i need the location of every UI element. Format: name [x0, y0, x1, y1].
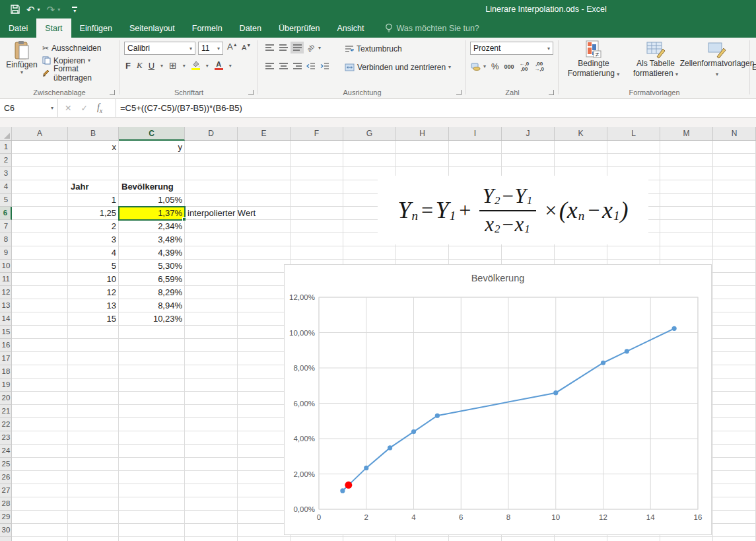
row-header-16[interactable]: 16 — [0, 339, 12, 352]
increase-decimal-button[interactable]: ←,0,00 — [520, 61, 530, 72]
row-header-7[interactable]: 7 — [0, 220, 12, 233]
copy-dropdown-icon[interactable]: ▾ — [88, 57, 90, 63]
chart[interactable]: 02468101214160,00%2,00%4,00%6,00%8,00%10… — [284, 264, 712, 535]
tab-formeln[interactable]: Formeln — [184, 18, 231, 38]
row-header-5[interactable]: 5 — [0, 194, 12, 207]
currency-format-button[interactable]: ▾ — [471, 60, 486, 73]
chart-title[interactable]: Bevölkerung — [285, 273, 711, 283]
cell-B1[interactable]: x — [68, 141, 119, 154]
row-header-20[interactable]: 20 — [0, 392, 12, 405]
undo-icon[interactable]: ↶ — [26, 5, 35, 15]
row-header-22[interactable]: 22 — [0, 418, 12, 431]
data-point[interactable] — [411, 429, 416, 434]
paste-button[interactable]: Einfügen ▾ — [5, 40, 38, 75]
tell-me-box[interactable]: Was möchten Sie tun? — [385, 18, 479, 38]
align-bottom-button[interactable] — [291, 42, 304, 54]
data-point[interactable] — [553, 390, 558, 395]
align-right-button[interactable] — [291, 60, 304, 72]
font-color-button[interactable]: A — [215, 61, 223, 70]
number-dialog-launcher-icon[interactable] — [549, 90, 554, 95]
interpolated-point[interactable] — [345, 482, 352, 489]
data-point[interactable] — [435, 414, 440, 418]
borders-dropdown-icon[interactable]: ▾ — [183, 63, 186, 69]
cell-B10[interactable]: 5 — [68, 260, 119, 273]
underline-dropdown-icon[interactable]: ▾ — [160, 63, 163, 69]
underline-button[interactable]: U — [149, 61, 155, 71]
column-header-L[interactable]: L — [607, 127, 660, 140]
cell-C7[interactable]: 2,34% — [119, 220, 185, 233]
row-header-9[interactable]: 9 — [0, 246, 12, 260]
merge-center-button[interactable]: Verbinden und zentrieren ▾ — [345, 61, 451, 73]
cell-C8[interactable]: 3,48% — [119, 233, 185, 246]
column-header-A[interactable]: A — [12, 127, 68, 140]
column-header-K[interactable]: K — [555, 127, 607, 140]
cell-styles-dropdown-icon[interactable]: ▾ — [716, 71, 718, 77]
conditional-formatting-button[interactable]: ≠ BedingteFormatierung ▾ — [563, 40, 624, 79]
data-point[interactable] — [601, 361, 605, 365]
alignment-dialog-launcher-icon[interactable] — [456, 90, 462, 95]
selected-cell-C6[interactable]: 1,37% — [118, 206, 186, 221]
cell-B6[interactable]: 1,25 — [68, 207, 119, 220]
name-box[interactable]: C6 ▾ — [0, 99, 58, 117]
format-as-table-dropdown-icon[interactable]: ▾ — [675, 71, 678, 77]
format-as-table-button[interactable]: Als Tabelleformatieren ▾ — [627, 40, 685, 79]
column-header-C[interactable]: C — [119, 127, 185, 141]
comma-style-button[interactable]: 000 — [504, 63, 514, 70]
borders-button[interactable]: ⊞ — [169, 60, 177, 71]
column-header-G[interactable]: G — [343, 127, 396, 140]
data-point[interactable] — [364, 466, 368, 470]
cell-C9[interactable]: 4,39% — [119, 246, 185, 260]
data-point[interactable] — [388, 445, 392, 450]
cell-B7[interactable]: 2 — [68, 220, 119, 233]
cell-C5[interactable]: 1,05% — [119, 194, 185, 207]
column-header-E[interactable]: E — [238, 127, 291, 140]
grow-font-button[interactable]: A▲ — [227, 42, 238, 52]
column-header-J[interactable]: J — [502, 127, 555, 140]
row-header-8[interactable]: 8 — [0, 233, 12, 246]
percent-style-button[interactable]: % — [491, 61, 499, 71]
tab-start[interactable]: Start — [36, 18, 71, 38]
clipboard-dialog-launcher-icon[interactable] — [110, 90, 115, 95]
row-header-27[interactable]: 27 — [0, 484, 12, 497]
cell-B14[interactable]: 15 — [68, 312, 119, 326]
cell-B4[interactable]: Jahr — [68, 180, 119, 194]
row-header-10[interactable]: 10 — [0, 260, 12, 273]
customize-qat-icon[interactable]: ▾ — [72, 7, 77, 13]
fill-color-dropdown-icon[interactable]: ▾ — [206, 63, 209, 69]
increase-indent-button[interactable] — [318, 60, 331, 72]
cell-B8[interactable]: 3 — [68, 233, 119, 246]
fill-handle[interactable] — [182, 217, 186, 221]
cell-B12[interactable]: 12 — [68, 286, 119, 299]
insert-function-icon[interactable]: fx — [97, 102, 102, 114]
undo-dropdown-icon[interactable]: ▾ — [38, 7, 40, 13]
cell-C12[interactable]: 8,29% — [119, 286, 185, 299]
column-header-H[interactable]: H — [396, 127, 449, 140]
column-header-F[interactable]: F — [291, 127, 343, 140]
bold-button[interactable]: F — [125, 61, 131, 71]
row-header-29[interactable]: 29 — [0, 511, 12, 524]
row-header-23[interactable]: 23 — [0, 431, 12, 445]
cell-C4[interactable]: Bevölkerung — [119, 180, 185, 194]
orientation-dropdown-icon[interactable]: ▾ — [318, 45, 321, 51]
align-middle-button[interactable] — [277, 42, 290, 54]
decrease-decimal-button[interactable]: ,00→,0 — [534, 61, 544, 72]
row-header-3[interactable]: 3 — [0, 167, 12, 180]
cut-button[interactable]: ✂ Ausschneiden — [42, 42, 119, 54]
column-header-M[interactable]: M — [660, 127, 713, 140]
tab-datei[interactable]: Datei — [0, 18, 36, 38]
italic-button[interactable]: K — [137, 60, 143, 71]
row-header-11[interactable]: 11 — [0, 273, 12, 286]
equation-image[interactable]: Yn = Y1 + Y2−Y1 x2−x1 × ( xn − x1 ) — [378, 176, 648, 244]
row-header-13[interactable]: 13 — [0, 299, 12, 312]
font-dialog-launcher-icon[interactable] — [248, 90, 254, 95]
row-header-19[interactable]: 19 — [0, 379, 12, 392]
orientation-button[interactable]: ab — [304, 42, 318, 54]
column-header-N[interactable]: N — [713, 127, 756, 140]
paste-dropdown-icon[interactable]: ▾ — [20, 69, 23, 75]
tab-daten[interactable]: Daten — [231, 18, 270, 38]
formula-input[interactable]: =C5+((C7-C5)/(B7-B5))*(B6-B5) — [116, 99, 756, 117]
row-header-28[interactable]: 28 — [0, 497, 12, 511]
name-box-dropdown-icon[interactable]: ▾ — [51, 105, 53, 111]
merge-center-dropdown-icon[interactable]: ▾ — [448, 64, 451, 70]
cell-C11[interactable]: 6,59% — [119, 273, 185, 286]
